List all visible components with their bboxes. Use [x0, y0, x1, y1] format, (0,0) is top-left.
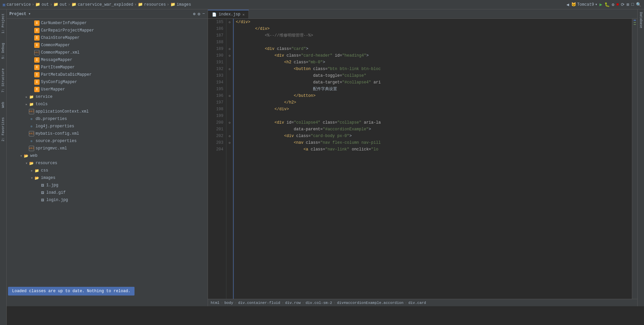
- folder-icon-resources: 📁: [138, 2, 143, 7]
- panel-actions: ⊕ ⚙ −: [193, 11, 205, 17]
- tree-item-applicationcontext[interactable]: xml applicationContext.xml: [7, 108, 208, 115]
- panel-sync-btn[interactable]: ⊕: [193, 11, 196, 17]
- code-line-199: [236, 113, 632, 119]
- bc-row[interactable]: div.row: [285, 301, 301, 305]
- right-tab-database[interactable]: Database: [638, 11, 644, 29]
- bc-container[interactable]: div.container-fluid: [238, 301, 280, 305]
- folder-icon-artifacts: 📁: [53, 2, 58, 7]
- tree-item-usermapper[interactable]: I UserMapper: [7, 86, 208, 93]
- tree-arrow-web[interactable]: [19, 153, 23, 158]
- tree-item-messagemapper[interactable]: I MessageMapper: [7, 56, 208, 64]
- breadcrumb-project[interactable]: ▣ carservice: [3, 2, 31, 7]
- tree-item-partitemmapper[interactable]: I PartItemMapper: [7, 64, 208, 71]
- prop-icon-2: ⚙: [29, 124, 34, 129]
- panel-dropdown-arrow[interactable]: ▾: [28, 11, 31, 16]
- debug-button[interactable]: 🐛: [604, 2, 610, 7]
- java-icon: I: [34, 43, 40, 48]
- left-tab-project[interactable]: 1: Project: [1, 12, 6, 35]
- tree-item-1jpg[interactable]: 🖼 1.jpg: [7, 182, 208, 189]
- bc-accordion[interactable]: div#accordionExample.accordion: [337, 301, 404, 305]
- code-line-187: <%--//维修明细管理--%>: [236, 32, 632, 39]
- tree-item-images[interactable]: 📂 images: [7, 174, 208, 182]
- run-button[interactable]: ▶: [599, 2, 602, 7]
- nav-left-icon[interactable]: ◀: [567, 2, 569, 7]
- tree-item-carnumberinfomapper[interactable]: I CarNumberInfoMapper: [7, 19, 208, 27]
- breadcrumb-images[interactable]: 📁 images: [170, 2, 191, 7]
- code-line-202: <div class="card-body px-0">: [236, 133, 632, 139]
- tree-item-log4jproperties[interactable]: ⚙ log4j.properties: [7, 123, 208, 130]
- bc-card[interactable]: div.card: [408, 301, 426, 305]
- left-tab-favorites[interactable]: 2: Favorites: [1, 116, 6, 143]
- left-tab-debug[interactable]: 5: Debug: [1, 42, 6, 60]
- left-tab-structure[interactable]: 7: Structure: [1, 67, 6, 94]
- search-button[interactable]: 🔍: [636, 2, 641, 7]
- tree-item-loginjpg[interactable]: 🖼 login.jpg: [7, 196, 208, 204]
- tomcat-selector[interactable]: 🐱 Tomcat9 ▾: [571, 2, 598, 7]
- tree-arrow-resources[interactable]: [24, 161, 29, 166]
- java-icon: I: [34, 35, 40, 41]
- breadcrumb-out[interactable]: 📁 out: [35, 2, 49, 7]
- tab-bar: 📄 index.jsp ✕: [208, 9, 637, 19]
- chevron-down-icon: ▾: [595, 2, 597, 7]
- update-button[interactable]: ⟳: [621, 2, 625, 7]
- tree-item-springmvc[interactable]: xml springmvc.xml: [7, 145, 208, 152]
- right-side-tabs: Database: [637, 9, 644, 306]
- tree-item-commonmapper[interactable]: I CommonMapper: [7, 42, 208, 49]
- breadcrumb-resources[interactable]: 📁 resources: [138, 2, 166, 7]
- tree-item-dbproperties[interactable]: ⚙ db.properties: [7, 115, 208, 123]
- tree-arrow-service[interactable]: [24, 94, 29, 99]
- layout-button[interactable]: ⊞: [627, 2, 629, 7]
- folder-icon-service: 📁: [29, 94, 34, 100]
- tree-item-chainstoremapper[interactable]: I ChainStoreMapper: [7, 34, 208, 42]
- editor-breadcrumb: html › body › div.container-fluid › div.…: [208, 299, 637, 306]
- code-line-189: <div class="card">: [236, 46, 632, 52]
- tree-arrow-css[interactable]: [30, 168, 34, 173]
- panel-minimize-btn[interactable]: −: [202, 11, 205, 17]
- bc-col[interactable]: div.col-sm-2: [306, 301, 332, 305]
- tree-item-tools[interactable]: 📁 tools: [7, 101, 208, 108]
- panel-title: Project: [9, 12, 26, 16]
- code-line-193: data-toggle="collapse": [236, 72, 632, 79]
- bc-body[interactable]: body: [224, 301, 233, 305]
- tree-item-loadgif[interactable]: 🖼 load.gif: [7, 189, 208, 196]
- tree-item-web[interactable]: 📂 web: [7, 152, 208, 159]
- tree-item-commonmapper-xml[interactable]: xml CommonMapper.xml: [7, 49, 208, 56]
- maximize-button[interactable]: □: [631, 2, 634, 7]
- prop-icon-3: ⚙: [29, 138, 34, 144]
- folder-icon-css: 📁: [34, 168, 40, 173]
- java-icon: I: [34, 20, 40, 26]
- tree-item-partmetadatadicmapper[interactable]: I PartMetaDataDicMapper: [7, 71, 208, 78]
- xml-icon: xml: [34, 50, 40, 55]
- tree-item-sourceproperties[interactable]: ⚙ source.properties: [7, 137, 208, 145]
- build-button[interactable]: ⚙: [612, 2, 614, 7]
- tab-index-jsp[interactable]: 📄 index.jsp ✕: [208, 10, 249, 18]
- folder-icon-images: 📁: [170, 2, 175, 7]
- code-editor[interactable]: 185 186 187 188 189 190 191 192 193 194 …: [208, 19, 637, 299]
- code-line-192: <button class="btn btn-link btn-bloc: [236, 66, 632, 72]
- tree-item-css[interactable]: 📁 css: [7, 167, 208, 174]
- breadcrumb-war[interactable]: 📁 carservice_war_exploded: [71, 2, 133, 7]
- mini-map[interactable]: [632, 19, 637, 299]
- tree-item-sysconfigmapper[interactable]: I SysConfigMapper: [7, 78, 208, 86]
- tree-item-carrepairprojectmapper[interactable]: I CarRepairProjectMapper: [7, 27, 208, 34]
- tree-item-mybatisconfig[interactable]: xml mybatis-config.xml: [7, 130, 208, 137]
- tree-arrow-tools[interactable]: [24, 102, 29, 107]
- code-line-188: [236, 39, 632, 46]
- left-tab-web[interactable]: Web: [1, 101, 6, 109]
- tree-item-resources[interactable]: 📂 resources: [7, 159, 208, 167]
- code-line-201: data-parent="#accordionExample">: [236, 126, 632, 133]
- tab-close-btn[interactable]: ✕: [243, 12, 245, 17]
- left-vertical-tabs: 1: Project 5: Debug 7: Structure Web 2: …: [0, 9, 7, 325]
- bc-html[interactable]: html: [211, 301, 219, 305]
- folder-icon-war: 📁: [71, 2, 76, 7]
- tree-item-service[interactable]: 📁 service: [7, 93, 208, 101]
- breadcrumb-artifacts[interactable]: 📁 out: [53, 2, 67, 7]
- tree-arrow-images[interactable]: [30, 176, 34, 180]
- code-line-194: data-target="#collapse4" ari: [236, 79, 632, 86]
- tomcat-icon: 🐱: [571, 2, 576, 7]
- panel-settings-btn[interactable]: ⚙: [198, 11, 200, 17]
- stop-button[interactable]: ■: [616, 2, 619, 7]
- project-icon: ▣: [3, 2, 5, 7]
- breadcrumb-sep-1: ›: [32, 2, 34, 7]
- code-content[interactable]: </div> </div> <%--//维修明细管理--%> <div clas…: [233, 19, 632, 299]
